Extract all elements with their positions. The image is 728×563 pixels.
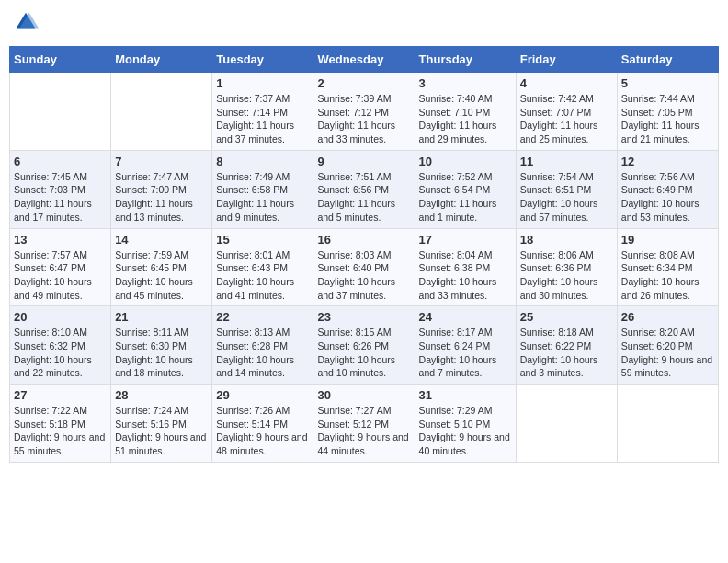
day-info: Sunrise: 7:42 AM Sunset: 7:07 PM Dayligh… (520, 92, 613, 146)
calendar-cell: 31Sunrise: 7:29 AM Sunset: 5:10 PM Dayli… (415, 385, 516, 463)
calendar-week-row: 13Sunrise: 7:57 AM Sunset: 6:47 PM Dayli… (10, 228, 719, 306)
header-tuesday: Tuesday (212, 47, 313, 73)
calendar-cell: 30Sunrise: 7:27 AM Sunset: 5:12 PM Dayli… (313, 385, 415, 463)
day-info: Sunrise: 7:45 AM Sunset: 7:03 PM Dayligh… (14, 170, 107, 224)
calendar-cell: 23Sunrise: 8:15 AM Sunset: 6:26 PM Dayli… (313, 306, 415, 385)
day-number: 18 (520, 233, 613, 247)
calendar-cell: 3Sunrise: 7:40 AM Sunset: 7:10 PM Daylig… (415, 73, 516, 151)
day-number: 15 (216, 233, 309, 247)
day-info: Sunrise: 8:06 AM Sunset: 6:36 PM Dayligh… (520, 248, 613, 303)
day-number: 9 (317, 155, 410, 168)
day-info: Sunrise: 7:57 AM Sunset: 6:47 PM Dayligh… (14, 248, 107, 303)
day-info: Sunrise: 8:17 AM Sunset: 6:24 PM Dayligh… (419, 326, 512, 380)
header-wednesday: Wednesday (313, 47, 415, 73)
day-info: Sunrise: 8:08 AM Sunset: 6:34 PM Dayligh… (621, 248, 714, 303)
day-number: 27 (14, 388, 107, 402)
calendar-header-row: SundayMondayTuesdayWednesdayThursdayFrid… (10, 47, 719, 73)
day-number: 3 (419, 76, 512, 90)
calendar-cell: 20Sunrise: 8:10 AM Sunset: 6:32 PM Dayli… (10, 306, 111, 385)
calendar-cell: 6Sunrise: 7:45 AM Sunset: 7:03 PM Daylig… (10, 150, 111, 228)
day-info: Sunrise: 7:37 AM Sunset: 7:14 PM Dayligh… (216, 92, 309, 146)
day-info: Sunrise: 7:47 AM Sunset: 7:00 PM Dayligh… (115, 170, 208, 224)
day-number: 21 (115, 310, 208, 324)
header-sunday: Sunday (10, 47, 111, 73)
day-info: Sunrise: 8:15 AM Sunset: 6:26 PM Dayligh… (317, 326, 410, 380)
day-number: 4 (520, 76, 613, 90)
calendar-cell: 8Sunrise: 7:49 AM Sunset: 6:58 PM Daylig… (212, 150, 313, 228)
calendar-cell (111, 73, 212, 151)
calendar-week-row: 1Sunrise: 7:37 AM Sunset: 7:14 PM Daylig… (10, 73, 719, 151)
day-number: 29 (216, 388, 309, 402)
header-monday: Monday (111, 47, 212, 73)
calendar-cell: 19Sunrise: 8:08 AM Sunset: 6:34 PM Dayli… (617, 228, 718, 306)
calendar-cell: 9Sunrise: 7:51 AM Sunset: 6:56 PM Daylig… (313, 150, 415, 228)
calendar-cell: 22Sunrise: 8:13 AM Sunset: 6:28 PM Dayli… (212, 306, 313, 385)
day-number: 19 (621, 233, 714, 247)
calendar-cell: 1Sunrise: 7:37 AM Sunset: 7:14 PM Daylig… (212, 73, 313, 151)
day-number: 31 (419, 388, 512, 402)
logo (13, 9, 40, 39)
day-number: 7 (115, 155, 208, 168)
day-info: Sunrise: 7:51 AM Sunset: 6:56 PM Dayligh… (317, 170, 410, 224)
day-number: 28 (115, 388, 208, 402)
day-info: Sunrise: 8:10 AM Sunset: 6:32 PM Dayligh… (14, 326, 107, 380)
page-header (9, 9, 719, 39)
day-number: 5 (621, 76, 714, 90)
day-number: 11 (520, 155, 613, 168)
day-number: 10 (419, 155, 512, 168)
day-info: Sunrise: 8:18 AM Sunset: 6:22 PM Dayligh… (520, 326, 613, 380)
day-number: 25 (520, 310, 613, 324)
header-thursday: Thursday (415, 47, 516, 73)
logo-icon (13, 9, 39, 35)
day-number: 23 (317, 310, 410, 324)
day-number: 20 (14, 310, 107, 324)
calendar-cell: 4Sunrise: 7:42 AM Sunset: 7:07 PM Daylig… (516, 73, 617, 151)
calendar-cell: 7Sunrise: 7:47 AM Sunset: 7:00 PM Daylig… (111, 150, 212, 228)
day-number: 6 (14, 155, 107, 168)
calendar-week-row: 20Sunrise: 8:10 AM Sunset: 6:32 PM Dayli… (10, 306, 719, 385)
day-info: Sunrise: 7:22 AM Sunset: 5:18 PM Dayligh… (14, 404, 107, 458)
calendar-cell: 5Sunrise: 7:44 AM Sunset: 7:05 PM Daylig… (617, 73, 718, 151)
calendar-cell: 25Sunrise: 8:18 AM Sunset: 6:22 PM Dayli… (516, 306, 617, 385)
calendar-cell: 2Sunrise: 7:39 AM Sunset: 7:12 PM Daylig… (313, 73, 415, 151)
header-friday: Friday (516, 47, 617, 73)
calendar-cell: 15Sunrise: 8:01 AM Sunset: 6:43 PM Dayli… (212, 228, 313, 306)
day-info: Sunrise: 7:56 AM Sunset: 6:49 PM Dayligh… (621, 170, 714, 224)
calendar-cell: 26Sunrise: 8:20 AM Sunset: 6:20 PM Dayli… (617, 306, 718, 385)
calendar-table: SundayMondayTuesdayWednesdayThursdayFrid… (9, 46, 719, 463)
day-number: 12 (621, 155, 714, 168)
calendar-cell: 14Sunrise: 7:59 AM Sunset: 6:45 PM Dayli… (111, 228, 212, 306)
day-info: Sunrise: 8:11 AM Sunset: 6:30 PM Dayligh… (115, 326, 208, 380)
calendar-cell: 21Sunrise: 8:11 AM Sunset: 6:30 PM Dayli… (111, 306, 212, 385)
day-info: Sunrise: 7:27 AM Sunset: 5:12 PM Dayligh… (317, 404, 410, 458)
day-number: 26 (621, 310, 714, 324)
calendar-week-row: 27Sunrise: 7:22 AM Sunset: 5:18 PM Dayli… (10, 385, 719, 463)
day-info: Sunrise: 7:39 AM Sunset: 7:12 PM Dayligh… (317, 92, 410, 146)
calendar-cell: 18Sunrise: 8:06 AM Sunset: 6:36 PM Dayli… (516, 228, 617, 306)
day-info: Sunrise: 8:01 AM Sunset: 6:43 PM Dayligh… (216, 248, 309, 303)
day-number: 16 (317, 233, 410, 247)
day-info: Sunrise: 8:03 AM Sunset: 6:40 PM Dayligh… (317, 248, 410, 303)
calendar-cell: 27Sunrise: 7:22 AM Sunset: 5:18 PM Dayli… (10, 385, 111, 463)
day-info: Sunrise: 7:59 AM Sunset: 6:45 PM Dayligh… (115, 248, 208, 303)
day-info: Sunrise: 7:49 AM Sunset: 6:58 PM Dayligh… (216, 170, 309, 224)
day-info: Sunrise: 7:54 AM Sunset: 6:51 PM Dayligh… (520, 170, 613, 224)
day-number: 8 (216, 155, 309, 168)
day-info: Sunrise: 8:04 AM Sunset: 6:38 PM Dayligh… (419, 248, 512, 303)
day-info: Sunrise: 7:29 AM Sunset: 5:10 PM Dayligh… (419, 404, 512, 458)
calendar-cell: 24Sunrise: 8:17 AM Sunset: 6:24 PM Dayli… (415, 306, 516, 385)
calendar-cell: 10Sunrise: 7:52 AM Sunset: 6:54 PM Dayli… (415, 150, 516, 228)
day-number: 24 (419, 310, 512, 324)
day-number: 1 (216, 76, 309, 90)
day-number: 13 (14, 233, 107, 247)
calendar-cell: 28Sunrise: 7:24 AM Sunset: 5:16 PM Dayli… (111, 385, 212, 463)
day-info: Sunrise: 7:40 AM Sunset: 7:10 PM Dayligh… (419, 92, 512, 146)
header-saturday: Saturday (617, 47, 718, 73)
calendar-cell (10, 73, 111, 151)
calendar-cell: 12Sunrise: 7:56 AM Sunset: 6:49 PM Dayli… (617, 150, 718, 228)
day-info: Sunrise: 8:13 AM Sunset: 6:28 PM Dayligh… (216, 326, 309, 380)
calendar-cell (617, 385, 718, 463)
day-info: Sunrise: 8:20 AM Sunset: 6:20 PM Dayligh… (621, 326, 714, 380)
day-number: 22 (216, 310, 309, 324)
day-info: Sunrise: 7:24 AM Sunset: 5:16 PM Dayligh… (115, 404, 208, 458)
